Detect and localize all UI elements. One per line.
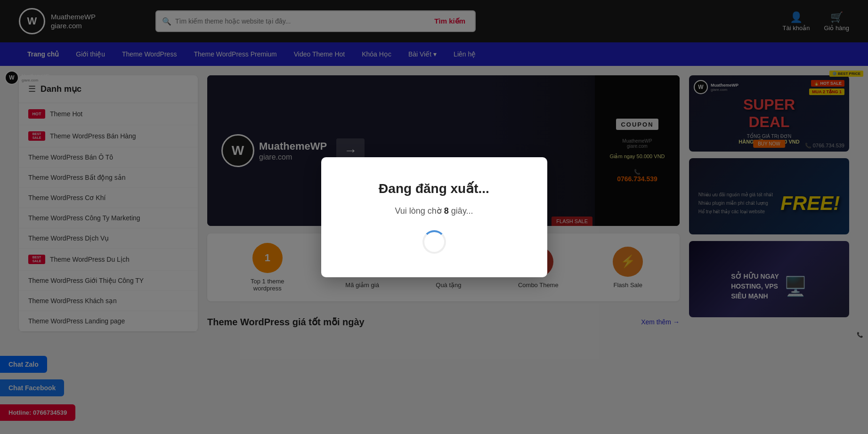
loading-spinner [422,230,446,254]
modal-overlay: Đang đăng xuất... Vui lòng chờ 8 giây... [0,0,868,434]
logout-modal: Đang đăng xuất... Vui lòng chờ 8 giây... [321,157,547,277]
modal-subtitle: Vui lòng chờ 8 giây... [349,206,519,216]
modal-countdown: 8 [444,206,449,216]
modal-title: Đang đăng xuất... [349,181,519,196]
